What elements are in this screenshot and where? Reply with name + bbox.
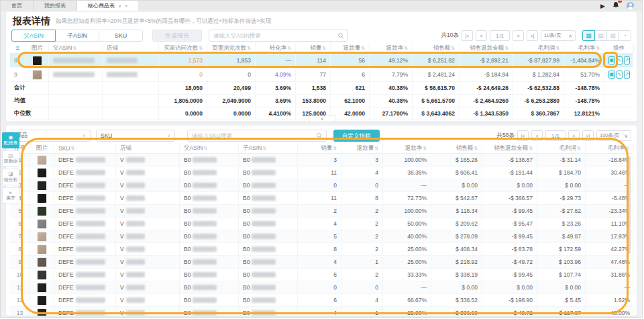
product-filter-select[interactable]: 商品∨ <box>11 130 91 142</box>
product-image[interactable] <box>37 193 47 203</box>
scrollbar[interactable] <box>628 156 631 254</box>
pie-view-icon[interactable]: ◔ <box>619 30 631 41</box>
column-header-销量[interactable]: 销量⇅ <box>298 143 341 153</box>
sort-icon[interactable]: ⇅ <box>361 46 365 51</box>
sort-icon[interactable]: ⇅ <box>247 46 251 51</box>
first-page-button[interactable]: |< <box>517 130 529 141</box>
sort-icon[interactable]: ⇅ <box>529 146 533 151</box>
sku-filter-select[interactable]: SKU∨ <box>96 130 175 142</box>
column-header-退款量[interactable]: 退款量⇅ <box>331 43 370 53</box>
search-icon[interactable] <box>316 132 323 139</box>
column-header-销售退款金额[interactable]: 销售退款金额⇅ <box>460 43 513 53</box>
product-image[interactable] <box>37 270 47 280</box>
sort-icon[interactable]: ⇅ <box>333 146 337 151</box>
filter-icon[interactable]: ≡ <box>16 44 20 52</box>
table-view-icon[interactable]: ▦ <box>582 30 595 41</box>
product-image[interactable] <box>37 283 47 293</box>
tab-child-asin[interactable]: 子ASIN <box>55 30 99 42</box>
product-image[interactable] <box>37 181 47 191</box>
product-image[interactable] <box>37 168 47 178</box>
page-size-select[interactable]: 10条/页∧ <box>541 30 576 41</box>
column-header-退款率[interactable]: 退款率⇅ <box>370 43 413 53</box>
column-header-父ASIN[interactable]: 父ASIN⇅ <box>49 43 103 53</box>
product-image[interactable] <box>37 308 47 316</box>
sort-icon[interactable]: ⇅ <box>404 46 408 51</box>
column-header-销量[interactable]: 销量⇅ <box>296 43 331 53</box>
next-page-button[interactable]: > <box>513 30 524 41</box>
sort-icon[interactable]: ⇅ <box>555 46 559 51</box>
column-header-父ASIN[interactable]: 父ASIN⇅ <box>180 143 239 153</box>
trend-icon[interactable]: ∿ <box>616 56 623 64</box>
side-item-report[interactable]: ◉配报表 <box>2 132 19 148</box>
side-item-source-data[interactable]: ▤源数据 <box>2 150 19 167</box>
detail-icon[interactable]: ▣ <box>608 71 615 79</box>
sort-icon[interactable]: ⇅ <box>423 146 427 151</box>
cell-visits[interactable]: 1,573 <box>159 54 207 67</box>
page-size-select[interactable]: 100条/页∨ <box>596 130 631 141</box>
prev-page-button[interactable]: < <box>476 30 487 41</box>
page-number[interactable]: 1/1 <box>490 30 510 41</box>
trend-icon[interactable]: ∿ <box>616 71 623 79</box>
column-header-毛利润[interactable]: 毛利润⇅ <box>513 43 564 53</box>
product-image[interactable] <box>37 219 47 229</box>
chart-view-icon[interactable]: ▥ <box>606 30 619 41</box>
column-header-子ASIN[interactable]: 子ASIN⇅ <box>239 143 298 153</box>
side-item-expand[interactable]: ▸展开 <box>2 187 19 203</box>
sort-icon[interactable]: ⇅ <box>287 46 291 51</box>
sort-icon[interactable]: ⇅ <box>203 146 207 151</box>
sort-icon[interactable]: ⇅ <box>72 46 76 51</box>
sort-icon[interactable]: ⇅ <box>70 146 74 151</box>
list-view-icon[interactable]: ▤ <box>594 30 607 41</box>
column-header-销售额[interactable]: 销售额⇅ <box>413 43 460 53</box>
sort-icon[interactable]: ⇅ <box>199 46 203 51</box>
sort-icon[interactable]: ⇅ <box>625 146 629 151</box>
bell-icon[interactable] <box>612 1 619 10</box>
tab-sku[interactable]: SKU <box>99 30 143 42</box>
column-header-毛利润[interactable]: 毛利润⇅ <box>537 143 586 153</box>
column-header-退款量[interactable]: 退款量⇅ <box>341 143 383 153</box>
sort-icon[interactable]: ⇅ <box>374 146 378 151</box>
sort-icon[interactable]: ⇅ <box>451 46 455 51</box>
compare-icon[interactable]: ↗ <box>624 56 630 64</box>
page-number[interactable]: 1/1 <box>545 130 566 141</box>
side-item-analysis[interactable]: ◪做分析 <box>2 169 19 185</box>
close-icon[interactable]: × <box>125 3 127 8</box>
column-header-买家访问次数[interactable]: 买家访问次数⇅ <box>159 43 207 53</box>
product-image[interactable] <box>32 70 42 80</box>
last-page-button[interactable]: >| <box>527 30 538 41</box>
column-header-页面浏览次数[interactable]: 页面浏览次数⇅ <box>207 43 256 53</box>
compare-icon[interactable]: ↗ <box>624 71 630 79</box>
sort-icon[interactable]: ⇅ <box>596 46 600 51</box>
first-page-button[interactable]: |< <box>462 30 473 41</box>
column-header-销售额[interactable]: 销售额⇅ <box>431 143 482 153</box>
column-header-毛利率[interactable]: 毛利率⇅ <box>586 143 634 153</box>
sku-search-input[interactable] <box>188 132 316 139</box>
tab-home[interactable]: 首页 <box>1 1 34 11</box>
product-image[interactable] <box>37 295 47 306</box>
sort-icon[interactable]: ⇅ <box>262 146 266 151</box>
generate-report-button[interactable]: 生成报告 <box>152 30 202 42</box>
tab-core-products[interactable]: 核心商品表 ∨ × <box>77 1 138 11</box>
column-header-销售退款金额[interactable]: 销售退款金额⇅ <box>482 143 537 153</box>
sort-icon[interactable]: ⇅ <box>474 146 478 151</box>
cell-visits[interactable]: 0 <box>159 68 207 81</box>
chevron-down-icon[interactable]: ∨ <box>118 3 121 9</box>
product-image[interactable] <box>37 257 47 267</box>
next-page-button[interactable]: > <box>568 130 580 141</box>
column-header-退款率[interactable]: 退款率⇅ <box>383 143 431 153</box>
column-header-毛利率[interactable]: 毛利率⇅ <box>564 43 604 53</box>
column-header-SKU[interactable]: SKU⇅ <box>54 143 116 153</box>
product-image[interactable] <box>37 232 47 242</box>
sort-icon[interactable]: ⇅ <box>322 46 326 51</box>
product-image[interactable] <box>37 244 47 255</box>
tab-my-reports[interactable]: 我的报表 <box>34 1 77 11</box>
search-icon[interactable] <box>337 32 344 39</box>
detail-icon[interactable]: ▣ <box>608 56 615 64</box>
collapse-toggle[interactable]: ∨ <box>309 116 335 122</box>
column-header-转化率[interactable]: 转化率⇅ <box>256 43 296 53</box>
tab-parent-asin[interactable]: 父ASIN <box>11 30 56 42</box>
last-page-button[interactable]: >| <box>582 130 594 141</box>
prev-page-button[interactable]: < <box>531 130 543 141</box>
avatar[interactable] <box>627 2 634 9</box>
custom-metric-button[interactable]: 自定义指标 <box>333 130 380 142</box>
